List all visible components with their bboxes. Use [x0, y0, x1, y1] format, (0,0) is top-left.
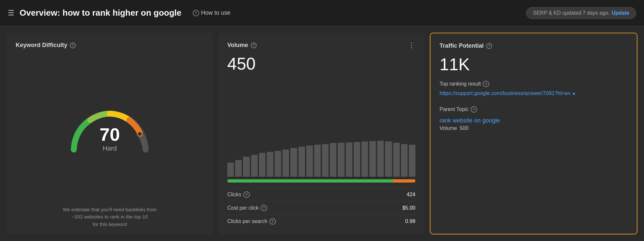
bar-item	[393, 143, 400, 177]
bar-chart	[227, 79, 415, 177]
bar-item	[259, 153, 266, 177]
volume-menu-icon[interactable]: ⋮	[408, 42, 415, 49]
volume-header: Volume ? ⋮	[227, 42, 415, 51]
question-icon: ?	[193, 10, 199, 16]
keyword-difficulty-card: Keyword Difficulty ? 70 Ha	[7, 33, 213, 234]
bar-item	[338, 143, 344, 177]
dropdown-arrow-icon: ▼	[572, 91, 576, 97]
parent-topic-help-icon[interactable]: ?	[471, 106, 477, 113]
cpc-help-icon[interactable]: ?	[261, 205, 267, 211]
top-ranking-help-icon[interactable]: ?	[483, 81, 489, 87]
bar-item	[385, 141, 392, 177]
bar-item	[290, 148, 297, 177]
tp-value: 11K	[440, 55, 628, 74]
bar-item	[235, 160, 242, 177]
update-text: SERP & KD updated 7 days ago.	[533, 10, 610, 16]
cps-help-icon[interactable]: ?	[269, 218, 276, 225]
kd-help-icon[interactable]: ?	[70, 42, 76, 48]
bar-item	[243, 157, 250, 177]
bar-item	[401, 144, 408, 177]
progress-orange	[393, 179, 415, 183]
update-link[interactable]: Update	[612, 10, 629, 16]
kd-label: Hard	[103, 145, 117, 152]
volume-card: Volume ? ⋮ 450 Clicks ? 424 Cost per cli…	[218, 33, 425, 234]
progress-bar	[227, 179, 415, 183]
cps-row: Clicks per search ? 0.99	[227, 215, 415, 228]
cpc-value: $5.00	[402, 205, 415, 211]
clicks-row: Clicks ? 424	[227, 188, 415, 201]
cps-label: Clicks per search ?	[227, 218, 276, 225]
hamburger-icon[interactable]: ☰	[8, 9, 14, 17]
top-ranking-label: Top ranking result ?	[440, 81, 628, 87]
bar-item	[369, 141, 376, 177]
clicks-value: 424	[407, 192, 415, 198]
main-content: Keyword Difficulty ? 70 Ha	[0, 26, 644, 241]
kd-score: 70	[100, 124, 120, 145]
bar-item	[354, 142, 360, 177]
bar-item	[314, 145, 321, 177]
cps-value: 0.99	[405, 218, 415, 224]
bar-item	[409, 145, 415, 177]
traffic-potential-card: Traffic Potential ? 11K Top ranking resu…	[430, 33, 637, 234]
kd-card-title: Keyword Difficulty ?	[16, 42, 204, 49]
cpc-label: Cost per click ?	[227, 205, 267, 211]
bar-item	[275, 151, 281, 177]
bar-item	[330, 143, 336, 177]
bar-item	[322, 144, 329, 177]
bar-item	[346, 142, 352, 177]
bar-item	[227, 163, 234, 177]
volume-card-title: Volume ?	[227, 42, 257, 49]
tp-help-icon[interactable]: ?	[486, 43, 492, 49]
bar-item	[251, 155, 258, 177]
volume-number: 450	[227, 54, 415, 73]
top-ranking-url[interactable]: https://support.google.com/business/answ…	[440, 90, 628, 97]
page-title: Overview: how to rank higher on google	[20, 8, 182, 18]
volume-help-icon[interactable]: ?	[251, 42, 257, 48]
gauge-svg: 70 Hard	[64, 102, 155, 154]
clicks-help-icon[interactable]: ?	[243, 191, 250, 198]
tp-card-title: Traffic Potential ?	[440, 42, 628, 49]
kd-description: We estimate that you'll need backlinks f…	[16, 206, 204, 228]
bar-item	[362, 141, 368, 177]
svg-point-0	[137, 132, 142, 136]
update-badge: SERP & KD updated 7 days ago. Update	[526, 7, 636, 19]
bar-item	[377, 141, 384, 177]
bar-item	[306, 146, 313, 177]
bar-item	[267, 152, 273, 177]
gauge-container: 70 Hard	[16, 55, 204, 202]
bar-item	[298, 147, 305, 177]
clicks-label: Clicks ?	[227, 191, 250, 198]
parent-topic-link[interactable]: rank website on google	[440, 117, 628, 124]
header: ☰ Overview: how to rank higher on google…	[0, 0, 644, 26]
how-to-use-button[interactable]: ? How to use	[189, 8, 234, 18]
parent-topic-volume: Volume 500	[440, 125, 628, 131]
progress-green	[227, 179, 393, 183]
bar-item	[282, 150, 289, 177]
how-to-use-label: How to use	[201, 9, 231, 16]
parent-topic-label: Parent Topic ?	[440, 106, 628, 113]
cpc-row: Cost per click ? $5.00	[227, 201, 415, 215]
